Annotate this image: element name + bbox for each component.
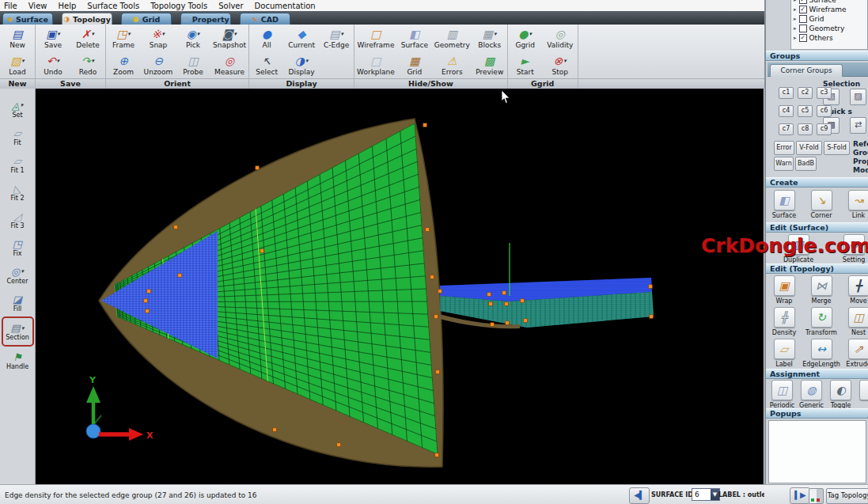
measure-button[interactable]: ◎Measure [210,51,248,78]
corner-group-c6[interactable]: c6 [817,105,832,117]
surface-legend-icon[interactable] [809,488,824,504]
select-button[interactable]: ↖Select [249,51,284,78]
merge-button[interactable]: ⋈Merge [805,275,838,305]
expand-arrow-icon[interactable]: ▸ [794,0,797,3]
workplane-button[interactable]: □Workplane [354,51,397,78]
density-button[interactable]: ╬Density [768,307,801,336]
badb-group-button[interactable]: BadB [795,157,817,171]
menu-surface-tools[interactable]: Surface Tools [87,2,139,10]
expand-arrow-icon[interactable]: ▸ [794,16,797,22]
sidebar-item-fix[interactable]: ◳Fix [2,233,34,261]
checkbox[interactable] [799,25,807,32]
menu-help[interactable]: Help [58,2,76,10]
menu-file[interactable]: File [4,2,17,10]
tab-surface[interactable]: ◆Surface [2,13,53,25]
tab-property[interactable]: ▤Property [180,13,231,25]
dropdown-arrow-icon[interactable]: ▾ [234,31,237,37]
error-group-button[interactable]: Error [774,141,794,155]
tree-item-geometry[interactable]: ▸Geometry [794,24,867,33]
validity-button[interactable]: ◎Validity [543,25,578,51]
sidebar-item-fill[interactable]: ◪Fill [2,289,34,316]
surface-id-select[interactable]: 6▼ [692,488,720,501]
all-button[interactable]: ●All [249,25,284,51]
create-link-button[interactable]: ↝Link [842,190,868,219]
tree-item-wireframe[interactable]: ▸✓Wireframe [794,5,867,14]
stop-button[interactable]: ⊗▾Stop [543,51,578,78]
nest-button[interactable]: ◫Nest [842,307,868,336]
checkbox[interactable]: ✓ [799,6,807,13]
duplicate-button[interactable]: ▥Duplicate [782,234,815,263]
tab-grid[interactable]: ●Grid [121,13,172,25]
dropdown-arrow-icon[interactable]: ▾ [57,31,60,37]
expand-arrow-icon[interactable]: ▸ [794,25,797,32]
toggle-button[interactable]: ◐Toggle [826,380,855,409]
pick-button[interactable]: ◉▾Pick [176,25,210,51]
save-button[interactable]: ▣▾Save [36,25,70,51]
snapshot-button[interactable]: ◙▾Snapshot [210,25,248,51]
corner-group-c4[interactable]: c4 [779,105,794,117]
geometry-button[interactable]: ▥Geometry [432,25,472,51]
dropdown-arrow-icon[interactable]: ▾ [197,31,200,37]
checkbox[interactable]: ✓ [799,0,807,4]
dropdown-arrow-icon[interactable]: ▾ [529,31,533,37]
dropdown-arrow-icon[interactable]: ▾ [57,58,60,64]
tag-topology-button[interactable]: Tag Topology [826,488,868,504]
checkbox[interactable]: ✓ [799,34,807,42]
ggrid-button[interactable]: ●▾Ggrid [508,25,543,51]
dropdown-arrow-icon[interactable]: ▾ [340,31,343,37]
dropdown-arrow-icon[interactable]: ▾ [305,58,309,64]
vfold-group-button[interactable]: V-Fold [796,141,822,155]
corner-group-c5[interactable]: c5 [798,105,813,117]
tree-item-grid[interactable]: ▸Grid [794,14,867,24]
corner-groups-tab[interactable]: Corner Groups [770,64,843,77]
quick-select-2-button[interactable]: ⇄ [850,117,866,134]
prev-surface-button[interactable]: ◀▍ [629,487,650,504]
tab-cad[interactable]: ∿CAD [240,13,290,25]
create-surface-button[interactable]: ◧Surface [768,190,801,219]
dropdown-arrow-icon[interactable]: ▾ [563,58,567,64]
dropdown-arrow-icon[interactable]: ▾ [21,58,25,64]
setting-button[interactable]: ⊛Setting [837,234,868,263]
sidebar-item-fit[interactable]: ▱Fit [2,123,34,150]
menu-topology-tools[interactable]: Topology Tools [150,2,207,10]
dropdown-arrow-icon[interactable]: ▾ [494,31,497,37]
undo-button[interactable]: ↶▾Undo [36,51,70,78]
periodic-button[interactable]: ◫Periodic [768,380,797,409]
menu-view[interactable]: View [28,2,47,10]
sidebar-item-fit3[interactable]: ◿Fit 3 [2,206,34,233]
corner-group-c1[interactable]: c1 [779,87,794,99]
corner-group-c8[interactable]: c8 [798,123,813,135]
extrude-button[interactable]: ⇗Extrude [842,339,868,368]
errors-button[interactable]: ⚠Errors [432,51,472,78]
selection-mode-2-button[interactable]: ▨ [850,89,866,105]
current-button[interactable]: ◆Current [284,25,319,51]
display-button[interactable]: ◑▾Display [284,51,319,78]
menu-solver[interactable]: Solver [218,2,243,10]
create-corner-button[interactable]: ↘Corner [805,190,838,219]
viewport-3d[interactable]: Y X [36,89,764,484]
surface-button[interactable]: ◧Surface [397,25,432,51]
sidebar-item-fit2[interactable]: ◺Fit 2 [2,178,34,206]
sidebar-item-center[interactable]: ◎▾Center [2,261,34,289]
dropdown-arrow-icon[interactable]: ▾ [21,268,24,275]
tree-item-others[interactable]: ▸✓Others [794,33,867,43]
generic-button[interactable]: ◍Generic [797,380,826,409]
move-button[interactable]: ╋Move [842,275,868,305]
grid-button[interactable]: ▦Grid [397,51,432,78]
load-button[interactable]: ▧▾Load [0,51,35,78]
label-button[interactable]: ▱Label [768,339,801,368]
assignment-partial-button[interactable] [855,380,868,409]
sidebar-item-handle[interactable]: ⚑Handle [2,347,34,374]
sidebar-item-set[interactable]: ◬▾Set [2,95,34,123]
dropdown-arrow-icon[interactable]: ▾ [21,325,25,332]
wireframe-button[interactable]: □Wireframe [354,25,397,51]
start-button[interactable]: ►Start [508,51,543,78]
preview-button[interactable]: ▩Preview [472,51,507,78]
dropdown-arrow-icon[interactable]: ▾ [162,31,165,37]
redo-button[interactable]: ↷▾Redo [70,51,105,78]
transform-button[interactable]: ↻Transform [805,307,838,336]
wrap-button[interactable]: ▣Wrap [768,275,801,305]
dropdown-arrow-icon[interactable]: ▾ [92,58,95,64]
dropdown-arrow-icon[interactable]: ▾ [92,31,95,37]
tab-topology[interactable]: ◑Topology [62,13,112,25]
